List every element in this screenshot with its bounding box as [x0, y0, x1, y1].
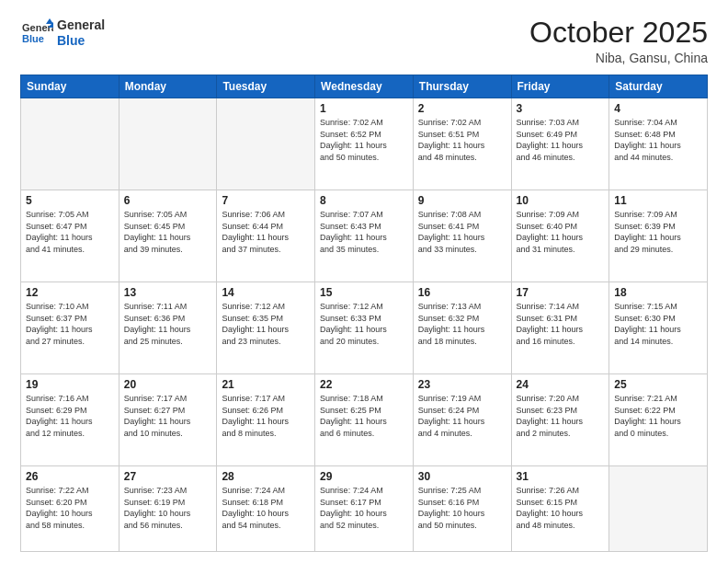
day-info: Sunrise: 7:17 AM Sunset: 6:26 PM Dayligh… [222, 393, 310, 439]
day-number: 30 [418, 470, 506, 483]
calendar-cell-week0-day4: 2Sunrise: 7:02 AM Sunset: 6:51 PM Daylig… [413, 98, 511, 190]
calendar-cell-week2-day6: 18Sunrise: 7:15 AM Sunset: 6:30 PM Dayli… [609, 282, 708, 374]
calendar-cell-week0-day0 [21, 98, 119, 190]
calendar-cell-week3-day3: 22Sunrise: 7:18 AM Sunset: 6:25 PM Dayli… [315, 374, 414, 466]
day-number: 18 [614, 286, 702, 299]
day-info: Sunrise: 7:09 AM Sunset: 6:40 PM Dayligh… [517, 209, 605, 255]
day-number: 23 [418, 378, 506, 391]
calendar-cell-week1-day3: 8Sunrise: 7:07 AM Sunset: 6:43 PM Daylig… [315, 190, 414, 282]
calendar-cell-week3-day4: 23Sunrise: 7:19 AM Sunset: 6:24 PM Dayli… [413, 374, 511, 466]
day-info: Sunrise: 7:12 AM Sunset: 6:33 PM Dayligh… [320, 301, 408, 347]
day-info: Sunrise: 7:05 AM Sunset: 6:47 PM Dayligh… [26, 209, 114, 255]
day-number: 31 [517, 470, 605, 483]
day-info: Sunrise: 7:22 AM Sunset: 6:20 PM Dayligh… [26, 485, 114, 531]
day-number: 10 [517, 194, 605, 207]
day-info: Sunrise: 7:20 AM Sunset: 6:23 PM Dayligh… [517, 393, 605, 439]
day-info: Sunrise: 7:14 AM Sunset: 6:31 PM Dayligh… [517, 301, 605, 347]
day-info: Sunrise: 7:02 AM Sunset: 6:51 PM Dayligh… [418, 117, 506, 163]
calendar-cell-week4-day2: 28Sunrise: 7:24 AM Sunset: 6:18 PM Dayli… [217, 466, 315, 552]
day-number: 29 [320, 470, 408, 483]
calendar-cell-week1-day2: 7Sunrise: 7:06 AM Sunset: 6:44 PM Daylig… [217, 190, 315, 282]
day-info: Sunrise: 7:11 AM Sunset: 6:36 PM Dayligh… [124, 301, 212, 347]
day-number: 1 [320, 102, 408, 115]
day-number: 26 [26, 470, 114, 483]
day-info: Sunrise: 7:08 AM Sunset: 6:41 PM Dayligh… [418, 209, 506, 255]
day-info: Sunrise: 7:17 AM Sunset: 6:27 PM Dayligh… [124, 393, 212, 439]
calendar-cell-week4-day3: 29Sunrise: 7:24 AM Sunset: 6:17 PM Dayli… [315, 466, 414, 552]
day-number: 3 [517, 102, 605, 115]
month-title: October 2025 [529, 17, 708, 49]
calendar-cell-week0-day6: 4Sunrise: 7:04 AM Sunset: 6:48 PM Daylig… [609, 98, 708, 190]
logo-general: General [57, 17, 105, 33]
calendar-cell-week2-day2: 14Sunrise: 7:12 AM Sunset: 6:35 PM Dayli… [217, 282, 315, 374]
calendar-cell-week0-day1 [119, 98, 217, 190]
day-info: Sunrise: 7:15 AM Sunset: 6:30 PM Dayligh… [614, 301, 702, 347]
calendar-cell-week3-day2: 21Sunrise: 7:17 AM Sunset: 6:26 PM Dayli… [217, 374, 315, 466]
calendar-cell-week2-day1: 13Sunrise: 7:11 AM Sunset: 6:36 PM Dayli… [119, 282, 217, 374]
day-info: Sunrise: 7:16 AM Sunset: 6:29 PM Dayligh… [26, 393, 114, 439]
day-number: 11 [614, 194, 702, 207]
calendar-cell-week0-day3: 1Sunrise: 7:02 AM Sunset: 6:52 PM Daylig… [315, 98, 414, 190]
day-info: Sunrise: 7:07 AM Sunset: 6:43 PM Dayligh… [320, 209, 408, 255]
calendar-cell-week3-day0: 19Sunrise: 7:16 AM Sunset: 6:29 PM Dayli… [21, 374, 119, 466]
day-info: Sunrise: 7:24 AM Sunset: 6:17 PM Dayligh… [320, 485, 408, 531]
day-info: Sunrise: 7:05 AM Sunset: 6:45 PM Dayligh… [124, 209, 212, 255]
day-info: Sunrise: 7:19 AM Sunset: 6:24 PM Dayligh… [418, 393, 506, 439]
day-info: Sunrise: 7:09 AM Sunset: 6:39 PM Dayligh… [614, 209, 702, 255]
day-number: 6 [124, 194, 212, 207]
weekday-header-friday: Friday [511, 75, 609, 98]
day-number: 2 [418, 102, 506, 115]
calendar-cell-week4-day1: 27Sunrise: 7:23 AM Sunset: 6:19 PM Dayli… [119, 466, 217, 552]
logo-blue: Blue [57, 33, 105, 49]
calendar-cell-week1-day1: 6Sunrise: 7:05 AM Sunset: 6:45 PM Daylig… [119, 190, 217, 282]
svg-marker-2 [46, 18, 53, 24]
calendar-cell-week0-day2 [217, 98, 315, 190]
calendar-cell-week4-day5: 31Sunrise: 7:26 AM Sunset: 6:15 PM Dayli… [511, 466, 609, 552]
weekday-header-tuesday: Tuesday [217, 75, 315, 98]
day-info: Sunrise: 7:23 AM Sunset: 6:19 PM Dayligh… [124, 485, 212, 531]
day-info: Sunrise: 7:02 AM Sunset: 6:52 PM Dayligh… [320, 117, 408, 163]
svg-text:Blue: Blue [22, 33, 44, 44]
day-number: 8 [320, 194, 408, 207]
day-info: Sunrise: 7:12 AM Sunset: 6:35 PM Dayligh… [222, 301, 310, 347]
calendar-table: SundayMondayTuesdayWednesdayThursdayFrid… [20, 75, 708, 552]
calendar-cell-week2-day3: 15Sunrise: 7:12 AM Sunset: 6:33 PM Dayli… [315, 282, 414, 374]
calendar-cell-week3-day6: 25Sunrise: 7:21 AM Sunset: 6:22 PM Dayli… [609, 374, 708, 466]
day-info: Sunrise: 7:03 AM Sunset: 6:49 PM Dayligh… [517, 117, 605, 163]
title-block: October 2025 Niba, Gansu, China [529, 17, 708, 65]
calendar-cell-week4-day6 [609, 466, 708, 552]
day-info: Sunrise: 7:26 AM Sunset: 6:15 PM Dayligh… [517, 485, 605, 531]
day-number: 24 [517, 378, 605, 391]
day-number: 22 [320, 378, 408, 391]
calendar-cell-week3-day5: 24Sunrise: 7:20 AM Sunset: 6:23 PM Dayli… [511, 374, 609, 466]
day-number: 13 [124, 286, 212, 299]
calendar-cell-week1-day4: 9Sunrise: 7:08 AM Sunset: 6:41 PM Daylig… [413, 190, 511, 282]
day-info: Sunrise: 7:06 AM Sunset: 6:44 PM Dayligh… [222, 209, 310, 255]
calendar-cell-week2-day5: 17Sunrise: 7:14 AM Sunset: 6:31 PM Dayli… [511, 282, 609, 374]
calendar-cell-week1-day0: 5Sunrise: 7:05 AM Sunset: 6:47 PM Daylig… [21, 190, 119, 282]
day-number: 15 [320, 286, 408, 299]
calendar-cell-week0-day5: 3Sunrise: 7:03 AM Sunset: 6:49 PM Daylig… [511, 98, 609, 190]
day-info: Sunrise: 7:24 AM Sunset: 6:18 PM Dayligh… [222, 485, 310, 531]
logo: General Blue General Blue [20, 17, 105, 50]
calendar-cell-week3-day1: 20Sunrise: 7:17 AM Sunset: 6:27 PM Dayli… [119, 374, 217, 466]
day-info: Sunrise: 7:13 AM Sunset: 6:32 PM Dayligh… [418, 301, 506, 347]
weekday-header-thursday: Thursday [413, 75, 511, 98]
day-number: 7 [222, 194, 310, 207]
day-number: 17 [517, 286, 605, 299]
day-number: 16 [418, 286, 506, 299]
day-number: 27 [124, 470, 212, 483]
calendar-cell-week4-day4: 30Sunrise: 7:25 AM Sunset: 6:16 PM Dayli… [413, 466, 511, 552]
day-number: 9 [418, 194, 506, 207]
calendar-cell-week2-day0: 12Sunrise: 7:10 AM Sunset: 6:37 PM Dayli… [21, 282, 119, 374]
day-number: 20 [124, 378, 212, 391]
day-number: 28 [222, 470, 310, 483]
location-subtitle: Niba, Gansu, China [529, 51, 708, 65]
day-info: Sunrise: 7:21 AM Sunset: 6:22 PM Dayligh… [614, 393, 702, 439]
day-info: Sunrise: 7:04 AM Sunset: 6:48 PM Dayligh… [614, 117, 702, 163]
calendar-cell-week2-day4: 16Sunrise: 7:13 AM Sunset: 6:32 PM Dayli… [413, 282, 511, 374]
day-info: Sunrise: 7:10 AM Sunset: 6:37 PM Dayligh… [26, 301, 114, 347]
day-info: Sunrise: 7:25 AM Sunset: 6:16 PM Dayligh… [418, 485, 506, 531]
weekday-header-monday: Monday [119, 75, 217, 98]
day-number: 21 [222, 378, 310, 391]
